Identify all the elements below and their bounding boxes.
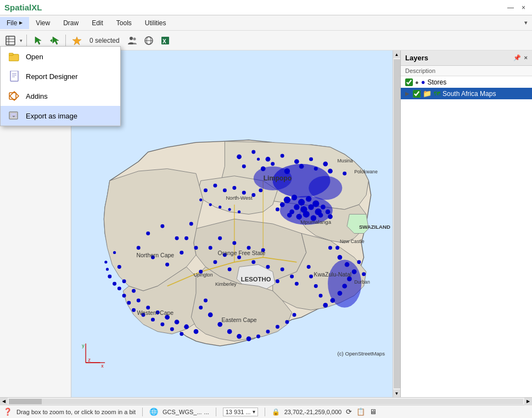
toolbar-star-btn[interactable] (70, 33, 84, 48)
layer-item-south-africa-maps[interactable]: ▶ 📁 🗺 South Africa Maps (401, 88, 532, 99)
scroll-down-btn[interactable]: ▼ (393, 389, 401, 397)
svg-point-91 (194, 246, 198, 250)
svg-point-122 (199, 306, 203, 309)
svg-marker-17 (50, 39, 52, 42)
svg-point-131 (251, 260, 255, 264)
svg-point-33 (242, 165, 246, 168)
svg-point-19 (130, 37, 133, 40)
toolbar-table-btn[interactable] (3, 33, 18, 48)
copy-coords-icon[interactable]: 📋 (356, 408, 365, 416)
layers-pin-btn[interactable]: 📌 (513, 54, 521, 61)
svg-point-26 (237, 154, 242, 159)
layer-stores-label: Stores (428, 78, 447, 86)
menu-view[interactable]: View (29, 17, 57, 29)
stores-bullet-icon: ● (415, 79, 419, 86)
menu-draw[interactable]: Draw (57, 17, 85, 29)
layer-stores-checkbox[interactable] (405, 78, 413, 86)
svg-point-86 (132, 289, 136, 293)
layers-header: Layers 📌 × (401, 50, 532, 66)
dropdown-addins[interactable]: Addins (1, 86, 120, 106)
scroll-right-btn[interactable]: ▶ (524, 398, 532, 405)
menu-file[interactable]: File ▶ (0, 17, 29, 29)
expand-arrow-icon[interactable]: ▶ (405, 91, 411, 97)
dropdown-report[interactable]: Report Designer (1, 66, 120, 86)
layer-item-stores[interactable]: ● ● Stores (401, 76, 532, 88)
svg-point-120 (285, 320, 289, 324)
svg-marker-18 (72, 37, 81, 45)
scale-value: 13 931 ... (226, 409, 251, 415)
svg-point-127 (261, 248, 265, 252)
svg-point-28 (266, 157, 271, 162)
close-button[interactable]: × (519, 4, 528, 12)
svg-point-128 (209, 246, 212, 250)
h-scrollbar[interactable]: ◀ ▶ (0, 397, 532, 405)
svg-point-119 (276, 325, 279, 329)
svg-point-117 (256, 335, 260, 338)
toolbar-select-btn[interactable] (31, 33, 45, 48)
app-title: SpatialXL (4, 3, 42, 12)
svg-point-154 (309, 176, 342, 200)
svg-point-156 (328, 259, 361, 307)
status-sep-2 (216, 408, 216, 416)
menu-collapse-icon[interactable]: ▾ (524, 19, 528, 26)
layers-list: ● ● Stores ▶ 📁 🗺 South Africa Maps (401, 76, 532, 397)
svg-point-137 (290, 275, 294, 279)
crs-display[interactable]: GCS_WGS_... ... (163, 409, 209, 415)
crs-text: GCS_WGS_... (163, 409, 202, 415)
toolbar-pan-btn[interactable] (47, 33, 61, 48)
map-vertical-scrollbar[interactable]: ▲ ▼ (393, 50, 400, 397)
svg-point-88 (189, 222, 193, 226)
menu-utilities[interactable]: Utilities (138, 17, 173, 29)
svg-point-85 (122, 279, 126, 283)
svg-point-125 (232, 241, 236, 245)
svg-point-124 (218, 236, 222, 240)
menu-tools[interactable]: Tools (110, 17, 138, 29)
toolbar-globe-btn[interactable] (142, 33, 156, 48)
layers-close-btn[interactable]: × (524, 54, 528, 61)
svg-point-84 (117, 265, 121, 269)
svg-point-136 (199, 270, 203, 274)
svg-point-126 (247, 246, 251, 250)
layer-maps-checkbox[interactable] (413, 90, 421, 98)
dropdown-export[interactable]: Export as image (1, 106, 120, 126)
menu-edit[interactable]: Edit (85, 17, 110, 29)
scale-display[interactable]: 13 931 ... ▾ (223, 408, 258, 416)
toolbar-people-btn[interactable] (125, 33, 139, 48)
scroll-left-btn[interactable]: ◀ (0, 398, 8, 405)
svg-point-108 (113, 282, 116, 286)
status-bar: ❓ Drag box to zoom to, or click to zoom … (0, 405, 532, 418)
scale-dropdown-icon[interactable]: ▾ (253, 409, 255, 415)
recenter-icon[interactable]: ⟳ (346, 408, 352, 416)
h-scroll-thumb[interactable] (9, 399, 42, 404)
svg-point-145 (251, 193, 255, 197)
svg-point-96 (175, 320, 180, 325)
svg-point-147 (199, 199, 202, 201)
open-icon (8, 50, 20, 63)
globe-icon: 🌐 (149, 408, 158, 416)
svg-point-100 (170, 327, 174, 331)
svg-point-143 (232, 186, 236, 190)
svg-point-79 (160, 224, 164, 228)
title-bar: SpatialXL — × (0, 0, 532, 15)
scroll-up-btn[interactable]: ▲ (393, 50, 401, 58)
status-sep-3 (265, 408, 265, 416)
layer-maps-label: South Africa Maps (443, 90, 496, 98)
svg-text:X: X (163, 38, 166, 44)
menu-bar: File ▶ View Draw Edit Tools Utilities ▾ … (0, 15, 532, 31)
svg-point-83 (165, 263, 169, 267)
svg-point-144 (242, 191, 246, 195)
toolbar-excel-btn[interactable]: X (158, 33, 172, 48)
scroll-thumb-v[interactable] (394, 59, 400, 388)
monitor-icon[interactable]: 🖥 (369, 408, 377, 416)
h-scroll-track[interactable] (9, 399, 523, 404)
toolbar-table-dropdown[interactable]: ▾ (20, 38, 23, 43)
svg-point-153 (254, 166, 292, 190)
svg-point-99 (180, 332, 183, 336)
svg-point-29 (281, 154, 284, 158)
dropdown-open[interactable]: Open (1, 47, 120, 66)
svg-marker-15 (35, 37, 41, 44)
minimize-button[interactable]: — (505, 4, 516, 12)
svg-point-20 (133, 37, 136, 40)
svg-point-95 (165, 315, 170, 320)
svg-point-102 (151, 318, 155, 321)
